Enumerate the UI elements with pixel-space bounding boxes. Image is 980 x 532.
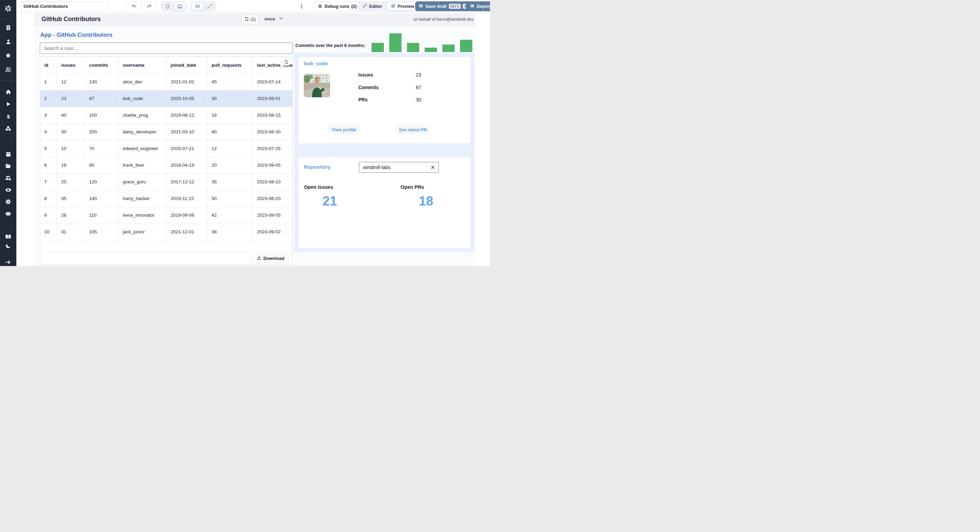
table-row[interactable]: 340100charlie_prog2019-06-12182023-08-15 xyxy=(40,107,292,124)
play-icon[interactable] xyxy=(0,99,16,109)
redo-button[interactable] xyxy=(142,2,156,11)
repository-card-title: Repository xyxy=(304,164,331,170)
commit-bar xyxy=(442,44,455,52)
table-cell: 87 xyxy=(85,90,119,107)
clear-input-icon[interactable] xyxy=(430,164,436,170)
arrow-right-icon[interactable] xyxy=(0,258,16,266)
table-cell: 8 xyxy=(40,190,57,207)
calendar-icon[interactable] xyxy=(0,149,16,159)
table-row[interactable]: 835140harry_hacker2018-11-15502023-06-20 xyxy=(40,190,292,207)
center-content-button[interactable] xyxy=(192,2,203,11)
windmill-logo-icon[interactable] xyxy=(0,3,16,14)
table-row[interactable]: 1031105jack_junior2021-12-01382023-09-02 xyxy=(40,224,292,240)
table-row[interactable]: 112130alice_dev2021-01-02452023-07-14 xyxy=(40,73,292,90)
repository-input[interactable] xyxy=(359,162,439,173)
table-cell: 2021-03-10 xyxy=(166,124,207,140)
table-row[interactable]: 430200daisy_developer2021-03-10602023-08… xyxy=(40,124,292,140)
table-cell: daisy_developer xyxy=(118,124,166,140)
gear-icon[interactable] xyxy=(0,197,16,207)
column-header-issues: issues xyxy=(57,57,85,73)
table-cell: 5 xyxy=(40,140,57,157)
table-cell: 12 xyxy=(57,73,85,90)
undo-button[interactable] xyxy=(127,2,142,11)
download-button[interactable]: Download xyxy=(252,254,289,263)
users-icon[interactable] xyxy=(0,64,16,75)
table-cell: 2021-12-01 xyxy=(166,224,207,240)
table-cell: 3 xyxy=(40,107,57,124)
table-cell: 110 xyxy=(85,207,119,224)
table-cell: 23 xyxy=(57,90,85,107)
editor-tab[interactable]: Editor xyxy=(359,2,386,11)
column-header-commits: commits xyxy=(85,57,119,73)
fullscreen-button[interactable] xyxy=(204,2,215,11)
table-cell: 30 xyxy=(57,124,85,140)
app-name-input[interactable] xyxy=(20,2,108,11)
commit-bar xyxy=(389,33,401,52)
table-row[interactable]: 928110irene_innovator2019-09-09422023-08… xyxy=(40,207,292,224)
device-toggle-group xyxy=(161,1,186,11)
sidebar-divider xyxy=(0,80,16,81)
chart-title: Commits over the past 6 months: xyxy=(295,43,366,48)
commit-bar xyxy=(460,40,472,52)
table-cell: 20 xyxy=(207,157,253,173)
table-cell: 2020-10-05 xyxy=(166,90,207,107)
detail-panel: bob_code xyxy=(294,53,474,252)
table-cell: 120 xyxy=(85,173,119,190)
dollar-icon[interactable]: $ xyxy=(0,111,16,121)
commits-bar-chart xyxy=(372,33,472,52)
search-input[interactable] xyxy=(40,43,293,54)
table-cell: 2023-08-05 xyxy=(253,207,292,224)
users-gear-icon[interactable] xyxy=(0,173,16,183)
table-row[interactable]: 51070edward_engineer2020-07-21122023-07-… xyxy=(40,140,292,157)
star-icon[interactable] xyxy=(0,50,16,60)
table-cell: 140 xyxy=(85,190,119,207)
app-refresh-button[interactable]: (1) xyxy=(242,14,258,24)
undo-redo-group xyxy=(127,2,156,11)
sidebar-divider xyxy=(0,254,16,255)
table-cell: 10 xyxy=(40,224,57,240)
folder-icon[interactable] xyxy=(0,161,16,171)
table-cell: 2019-09-09 xyxy=(166,207,207,224)
table-row[interactable]: 22387bob_code2020-10-05302023-09-01 xyxy=(40,90,292,107)
eye-icon[interactable] xyxy=(0,185,16,195)
book-icon[interactable] xyxy=(0,232,16,241)
app-window: $ xyxy=(0,0,490,266)
pencil-icon xyxy=(363,3,367,9)
robot-icon[interactable] xyxy=(0,208,16,219)
table-refresh-button[interactable] xyxy=(282,58,290,66)
stat-value: 23 xyxy=(416,72,421,78)
see-latest-pr-button[interactable]: See latest PR xyxy=(396,125,430,134)
desktop-view-button[interactable] xyxy=(174,2,185,11)
column-header-username: username xyxy=(118,57,166,73)
debug-runs-button[interactable]: Debug runs (2) xyxy=(313,2,361,11)
sidebar-group-docs xyxy=(0,232,16,250)
mobile-view-button[interactable] xyxy=(162,2,173,11)
table-cell: 31 xyxy=(57,224,85,240)
stat-label: Commits xyxy=(358,85,416,90)
table-cell: 6 xyxy=(40,157,57,173)
table-cell: charlie_prog xyxy=(118,107,166,124)
table-cell: jack_junior xyxy=(118,224,166,240)
deploy-button[interactable]: Deploy xyxy=(466,2,490,11)
table-row[interactable]: 725120grace_guru2017-12-12352023-08-10 xyxy=(40,173,292,190)
more-options-button[interactable] xyxy=(297,2,306,11)
download-label: Download xyxy=(263,256,285,261)
open-issues-value: 21 xyxy=(314,194,345,208)
cubes-icon[interactable] xyxy=(0,124,16,134)
schedule-dropdown[interactable]: once xyxy=(264,16,283,22)
preview-tab[interactable]: Preview xyxy=(387,2,418,11)
table-row[interactable]: 61990frank_fixer2018-04-19202023-09-05 xyxy=(40,157,292,173)
table-cell: 2023-09-02 xyxy=(253,224,292,240)
view-profile-button[interactable]: View profile xyxy=(328,125,360,134)
sidebar-divider xyxy=(0,19,16,19)
moon-icon[interactable] xyxy=(0,241,16,250)
table-cell: 25 xyxy=(57,173,85,190)
user-icon[interactable] xyxy=(0,37,16,47)
table-cell: 60 xyxy=(207,124,253,140)
table-cell: 2023-07-14 xyxy=(253,73,292,90)
repository-card: Repository Open Issues Open PRs 21 18 xyxy=(298,157,470,248)
home-icon[interactable] xyxy=(0,87,16,97)
deploy-save-icon xyxy=(470,3,475,9)
save-draft-button[interactable]: Save draft CtrlS xyxy=(415,2,472,11)
building-icon[interactable] xyxy=(0,22,16,33)
